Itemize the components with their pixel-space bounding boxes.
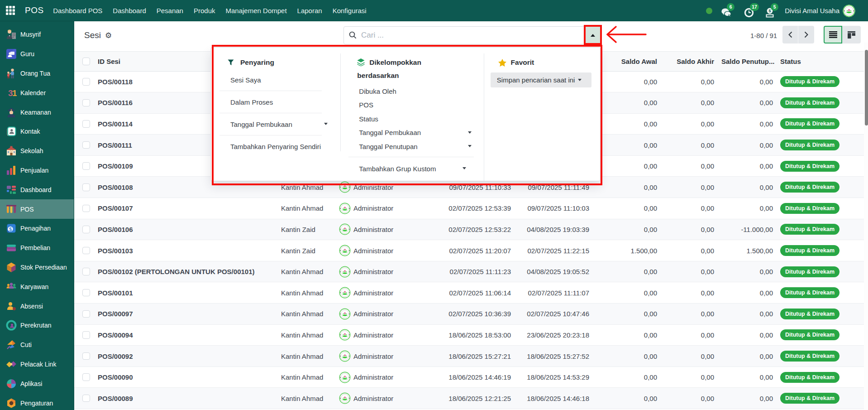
sidebar-item-kontak[interactable]: Kontak — [0, 122, 74, 141]
groupby-item-dibuka-oleh[interactable]: Dibuka Oleh — [340, 84, 483, 98]
row-checkbox[interactable] — [82, 310, 90, 318]
current-company-name[interactable]: Divisi Amal Usaha — [785, 7, 839, 14]
pager-previous-button[interactable] — [782, 26, 798, 43]
row-checkbox[interactable] — [82, 373, 90, 381]
sidebar-item-keamanan[interactable]: Keamanan — [0, 102, 74, 122]
row-checkbox[interactable] — [82, 226, 90, 233]
row-checkbox[interactable] — [82, 141, 90, 149]
search-options-toggle-button[interactable] — [584, 27, 601, 44]
groupby-item-tanggal-pembukaan[interactable]: Tanggal Pembukaan — [340, 126, 483, 140]
view-switcher — [824, 26, 861, 43]
pager-next-button[interactable] — [798, 26, 814, 43]
sidebar-item-perekrutan[interactable]: Perekrutan — [0, 316, 74, 335]
sidebar-item-pengaturan[interactable]: Pengaturan — [0, 393, 74, 410]
sidebar-item-musyrif[interactable]: Musyrif — [0, 25, 74, 44]
row-saldo-awal: 0,00 — [593, 282, 661, 304]
row-pos: Kantin Ahmad — [277, 346, 335, 367]
nav-item-laporan[interactable]: Laporan — [292, 0, 327, 21]
filter-item-sesi-saya[interactable]: Sesi Saya — [211, 69, 340, 91]
row-opening-date: 02/07/2025 11:11:23 — [441, 261, 515, 282]
filter-item-dalam-proses[interactable]: Dalam Proses — [211, 91, 340, 113]
search-input[interactable]: Cari ... — [344, 27, 584, 44]
row-saldo-akhir: 0,00 — [661, 388, 718, 409]
sidebar-item-label: Perekrutan — [20, 322, 51, 329]
groupby-item-status[interactable]: Status — [340, 112, 483, 126]
col-header-saldo-akhir[interactable]: Saldo Akhir — [661, 52, 718, 71]
sidebar-item-label: Aplikasi — [20, 380, 42, 387]
apps-grid-icon[interactable] — [0, 0, 21, 21]
sidebar-item-absensi[interactable]: Absensi — [0, 296, 74, 316]
filter-item-tanggal-pembukaan[interactable]: Tanggal Pembukaan — [211, 113, 340, 135]
row-checkbox[interactable] — [82, 183, 90, 191]
sidebar-item-label: POS — [20, 206, 34, 213]
row-opening-date: 18/06/2025 14:46:19 — [441, 367, 515, 388]
row-saldo-akhir: 0,00 — [661, 198, 718, 219]
row-checkbox[interactable] — [82, 205, 90, 212]
list-view-button[interactable] — [824, 26, 842, 43]
groupby-item-pos[interactable]: POS — [340, 98, 483, 112]
row-checkbox[interactable] — [82, 395, 90, 402]
table-row[interactable]: POS/00097Kantin AhmadAdministrator02/07/… — [74, 304, 868, 325]
select-all-checkbox[interactable] — [82, 58, 90, 65]
messages-button[interactable]: 6 — [721, 4, 733, 18]
nav-item-produk[interactable]: Produk — [188, 0, 220, 21]
sidebar-item-penjualan[interactable]: Penjualan — [0, 161, 74, 180]
col-header-saldo-awal[interactable]: Saldo Awal — [593, 52, 661, 71]
activities-button[interactable]: 17 — [744, 4, 756, 18]
filter-item-tambahkan-penyaring-sendiri[interactable]: Tambahkan Penyaring Sendiri — [211, 135, 340, 157]
user-avatar[interactable] — [843, 5, 855, 17]
row-checkbox[interactable] — [82, 78, 90, 86]
col-header-status[interactable]: Status — [777, 52, 868, 71]
sidebar-item-penagihan[interactable]: $Penagihan — [0, 219, 74, 238]
row-checkbox[interactable] — [82, 162, 90, 170]
table-row[interactable]: POS/00094Kantin AhmadAdministrator18/06/… — [74, 324, 868, 346]
row-checkbox[interactable] — [82, 247, 90, 255]
sidebar-item-pembelian[interactable]: Pembelian — [0, 238, 74, 258]
table-row[interactable]: POS/00107Kantin AhmadAdministrator02/07/… — [74, 198, 868, 219]
app-brand[interactable]: POS — [21, 5, 48, 15]
table-row[interactable]: POS/00103Kantin ZaidAdministrator02/07/2… — [74, 240, 868, 261]
groupby-item-tanggal-penutupan[interactable]: Tanggal Penutupan — [340, 140, 483, 154]
sidebar-item-pelacak-link[interactable]: Pelacak Link — [0, 355, 74, 374]
row-checkbox[interactable] — [82, 268, 90, 275]
row-saldo-akhir: 0,00 — [661, 346, 718, 367]
gear-icon[interactable]: ⚙ — [105, 31, 112, 40]
add-custom-group-item[interactable]: Tambahkan Grup Kustom — [340, 162, 483, 176]
kanban-view-button[interactable] — [842, 26, 861, 43]
row-checkbox[interactable] — [82, 120, 90, 128]
row-saldo-akhir: 0,00 — [661, 261, 718, 282]
sidebar-item-stok-persediaan[interactable]: Stok Persediaan — [0, 258, 74, 277]
sidebar-item-sekolah[interactable]: Sekolah — [0, 141, 74, 161]
sidebar-item-aplikasi[interactable]: Aplikasi — [0, 374, 74, 393]
wallet-requests-button[interactable]: $ 5 — [765, 4, 777, 18]
row-checkbox[interactable] — [82, 99, 90, 107]
table-row[interactable]: POS/00102 (PERTOLONGAN UNTUK POS/00101)K… — [74, 261, 868, 282]
nav-item-dashboard[interactable]: Dashboard — [108, 0, 151, 21]
row-closing-date: 23/06/2025 20:23:18 — [515, 324, 593, 346]
pengaturan-icon — [6, 398, 17, 409]
save-current-search-button[interactable]: Simpan pencarian saat ini — [491, 72, 591, 87]
table-row[interactable]: POS/00106Kantin ZaidAdministrator02/07/2… — [74, 219, 868, 240]
nav-item-konfigurasi[interactable]: Konfigurasi — [327, 0, 372, 21]
nav-item-dashboard-pos[interactable]: Dashboard POS — [48, 0, 108, 21]
scrollbar-thumb[interactable] — [865, 50, 868, 125]
table-row[interactable]: POS/00089Kantin AhmadAdministrator18/06/… — [74, 388, 868, 409]
caret-down-icon — [324, 123, 328, 125]
sidebar-item-dashboard[interactable]: Dashboard — [0, 180, 74, 199]
table-row[interactable]: POS/00101Kantin AhmadAdministrator02/07/… — [74, 282, 868, 304]
sidebar-item-karyawan[interactable]: Karyawan — [0, 277, 74, 296]
table-row[interactable]: POS/00092Kantin AhmadAdministrator18/06/… — [74, 346, 868, 367]
sidebar-item-pos[interactable]: POS — [0, 199, 74, 219]
nav-item-manajemen-dompet[interactable]: Manajemen Dompet — [220, 0, 292, 21]
sidebar-item-orang-tua[interactable]: Orang Tua — [0, 64, 74, 83]
nav-item-pesanan[interactable]: Pesanan — [151, 0, 188, 21]
table-row[interactable]: POS/00090Kantin AhmadAdministrator18/06/… — [74, 367, 868, 388]
row-checkbox[interactable] — [82, 352, 90, 360]
row-checkbox[interactable] — [82, 331, 90, 339]
sidebar-item-kalender[interactable]: 31Kalender — [0, 83, 74, 102]
sidebar-item-cuti[interactable]: Cuti — [0, 335, 74, 355]
sidebar-item-guru[interactable]: Guru — [0, 44, 74, 64]
row-checkbox[interactable] — [82, 289, 90, 297]
chevron-right-icon — [804, 31, 809, 38]
col-header-saldo-penutupan[interactable]: Saldo Penutup... — [718, 52, 777, 71]
